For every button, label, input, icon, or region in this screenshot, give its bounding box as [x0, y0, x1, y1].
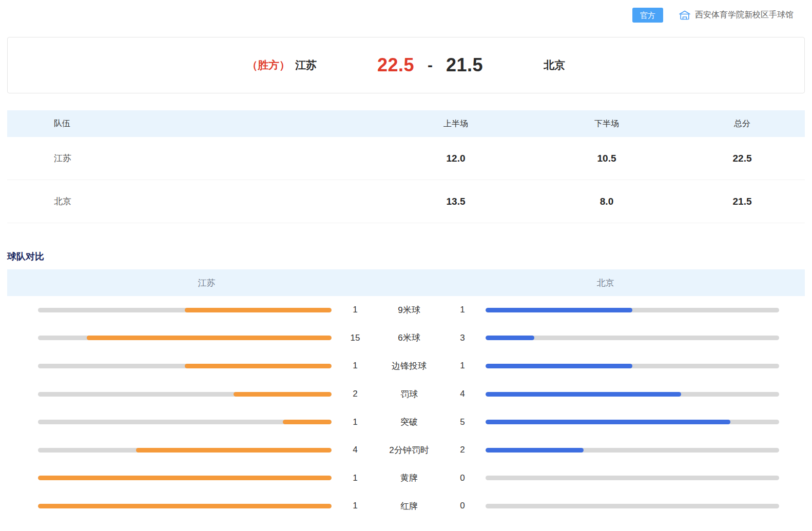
right-bar-fill [486, 336, 534, 340]
right-stat-value: 2 [439, 445, 486, 455]
score-table: 队伍 上半场 下半场 总分 江苏 12.0 10.5 22.5 北京 13.5 … [7, 110, 805, 223]
right-bar-fill [486, 420, 730, 424]
col-header-first-half: 上半场 [378, 119, 534, 129]
left-stat-value: 1 [332, 501, 379, 511]
right-stat-value: 0 [439, 501, 486, 511]
stadium-building-icon [679, 10, 691, 21]
second-half-cell: 10.5 [534, 153, 680, 164]
right-bar-track [486, 392, 779, 397]
left-stat-value: 1 [332, 305, 379, 315]
left-bar-track [38, 504, 332, 508]
comparison-left-team: 江苏 [7, 269, 406, 296]
away-team-name: 北京 [544, 58, 565, 72]
left-bar-track [38, 308, 332, 312]
right-bar-track [486, 476, 779, 480]
stat-row: 2 罚球 4 [38, 380, 779, 408]
col-header-team: 队伍 [7, 119, 378, 129]
score-table-header: 队伍 上半场 下半场 总分 [7, 110, 805, 137]
right-bar-track [486, 336, 779, 340]
first-half-cell: 13.5 [378, 196, 534, 207]
stat-row: 15 6米球 3 [38, 324, 779, 352]
team-name-cell: 江苏 [7, 152, 378, 164]
score-separator: - [428, 56, 433, 74]
comparison-right-team: 北京 [406, 269, 805, 296]
right-bar-track [486, 308, 779, 312]
score-group: 22.5 - 21.5 [377, 54, 483, 76]
away-score: 21.5 [446, 54, 483, 76]
left-bar-track [38, 392, 332, 397]
stat-label: 突破 [379, 416, 439, 428]
right-bar-track [486, 420, 779, 424]
left-bar-fill [234, 392, 332, 397]
left-stat-value: 4 [332, 445, 379, 455]
right-stat-value: 5 [439, 417, 486, 427]
left-bar-track [38, 448, 332, 453]
left-bar-fill [136, 448, 332, 453]
left-stat-value: 1 [332, 417, 379, 427]
second-half-cell: 8.0 [534, 196, 680, 207]
stat-label: 罚球 [379, 388, 439, 400]
stat-row: 4 2分钟罚时 2 [38, 436, 779, 464]
right-stat-value: 4 [439, 389, 486, 399]
right-stat-value: 3 [439, 333, 486, 343]
comparison-section-title: 球队对比 [7, 250, 812, 263]
right-stat-value: 0 [439, 473, 486, 483]
comparison-header: 江苏 北京 [7, 269, 805, 296]
total-cell: 22.5 [680, 153, 805, 164]
right-stat-value: 1 [439, 305, 486, 315]
home-team-block: （胜方） 江苏 [247, 58, 317, 72]
stat-row: 1 9米球 1 [38, 296, 779, 324]
right-stat-value: 1 [439, 361, 486, 371]
official-badge[interactable]: 官方 [632, 8, 663, 23]
first-half-cell: 12.0 [378, 153, 534, 164]
stat-row: 1 突破 5 [38, 408, 779, 436]
right-bar-fill [486, 364, 632, 368]
right-bar-track [486, 504, 779, 508]
right-bar-track [486, 448, 779, 453]
stat-row: 1 边锋投球 1 [38, 352, 779, 380]
comparison-rows: 1 9米球 1 15 6米球 3 1 边锋投球 1 2 罚球 4 1 突破 5 … [7, 296, 805, 520]
col-header-total: 总分 [680, 119, 805, 129]
left-stat-value: 1 [332, 361, 379, 371]
total-cell: 21.5 [680, 196, 805, 207]
table-row: 江苏 12.0 10.5 22.5 [7, 137, 805, 180]
left-bar-track [38, 336, 332, 340]
right-bar-fill [486, 392, 681, 397]
stat-label: 红牌 [379, 500, 439, 512]
stat-row: 1 红牌 0 [38, 492, 779, 520]
winner-label: （胜方） [247, 58, 290, 72]
left-bar-fill [185, 364, 332, 368]
home-team-name: 江苏 [295, 58, 317, 72]
team-name-cell: 北京 [7, 195, 378, 207]
left-bar-fill [87, 336, 332, 340]
left-bar-fill [185, 308, 332, 312]
left-stat-value: 2 [332, 389, 379, 399]
left-bar-track [38, 364, 332, 368]
right-bar-track [486, 364, 779, 368]
left-stat-value: 15 [332, 333, 379, 343]
stat-label: 2分钟罚时 [379, 444, 439, 456]
right-bar-fill [486, 308, 632, 312]
left-stat-value: 1 [332, 473, 379, 483]
venue: 西安体育学院新校区手球馆 [679, 10, 794, 21]
stat-label: 9米球 [379, 304, 439, 316]
right-bar-fill [486, 448, 584, 453]
left-bar-fill [38, 504, 332, 508]
top-bar: 官方 西安体育学院新校区手球馆 [0, 0, 812, 24]
left-bar-track [38, 476, 332, 480]
left-bar-track [38, 420, 332, 424]
left-bar-fill [283, 420, 332, 424]
home-score: 22.5 [377, 54, 414, 76]
stat-label: 边锋投球 [379, 360, 439, 372]
stat-row: 1 黄牌 0 [38, 464, 779, 493]
left-bar-fill [38, 476, 332, 480]
col-header-second-half: 下半场 [534, 119, 680, 129]
stat-label: 6米球 [379, 332, 439, 344]
table-row: 北京 13.5 8.0 21.5 [7, 180, 805, 223]
stat-label: 黄牌 [379, 472, 439, 484]
score-card: （胜方） 江苏 22.5 - 21.5 北京 [7, 37, 805, 93]
venue-name: 西安体育学院新校区手球馆 [695, 10, 794, 21]
